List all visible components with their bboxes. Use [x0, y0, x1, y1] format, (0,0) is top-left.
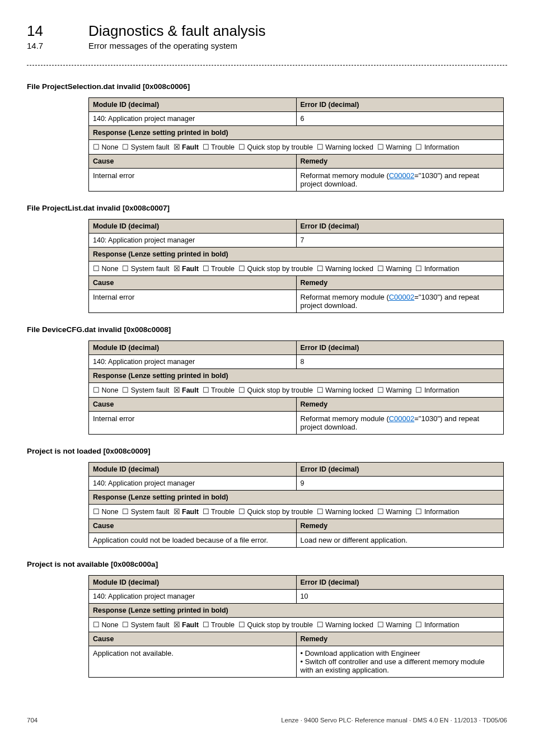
remedy-header: Remedy	[296, 276, 504, 290]
separator-rule	[27, 65, 507, 66]
chapter-number: 14	[27, 22, 88, 40]
error-table: Module ID (decimal) Error ID (decimal) 1…	[88, 462, 504, 548]
footer-page-number: 704	[27, 717, 38, 724]
code-link[interactable]: C00002	[389, 293, 415, 301]
error-title: File ProjectSelection.dat invalid [0x008…	[27, 82, 507, 91]
module-id-header: Module ID (decimal)	[89, 576, 297, 590]
error-id-value: 8	[296, 355, 504, 369]
cause-header: Cause	[89, 519, 297, 533]
error-id-value: 9	[296, 477, 504, 491]
module-id-value: 140: Application project manager	[89, 477, 297, 491]
error-id-value: 6	[296, 112, 504, 126]
remedy-header: Remedy	[296, 632, 504, 646]
remedy-value: Reformat memory module (C00002="1030") a…	[296, 412, 504, 435]
error-id-header: Error ID (decimal)	[296, 576, 504, 590]
remedy-header: Remedy	[296, 155, 504, 169]
response-options: ☐ None ☐ System fault ☒ Fault ☐ Trouble …	[89, 262, 504, 276]
module-id-header: Module ID (decimal)	[89, 98, 297, 112]
cause-value: Internal error	[89, 412, 297, 435]
chapter-title: Diagnostics & fault analysis	[88, 22, 265, 40]
error-table: Module ID (decimal) Error ID (decimal) 1…	[88, 97, 504, 192]
module-id-header: Module ID (decimal)	[89, 341, 297, 355]
code-link[interactable]: C00002	[389, 171, 415, 180]
response-options: ☐ None ☐ System fault ☒ Fault ☐ Trouble …	[89, 140, 504, 155]
error-id-header: Error ID (decimal)	[296, 220, 504, 234]
section-title: Error messages of the operating system	[88, 41, 237, 50]
error-table: Module ID (decimal) Error ID (decimal) 1…	[88, 219, 504, 313]
error-id-header: Error ID (decimal)	[296, 463, 504, 477]
cause-value: Internal error	[89, 169, 297, 192]
error-id-header: Error ID (decimal)	[296, 98, 504, 112]
response-header: Response (Lenze setting printed in bold)	[89, 491, 504, 505]
response-options: ☐ None ☐ System fault ☒ Fault ☐ Trouble …	[89, 505, 504, 519]
response-options: ☐ None ☐ System fault ☒ Fault ☐ Trouble …	[89, 618, 504, 632]
response-header: Response (Lenze setting printed in bold)	[89, 248, 504, 262]
module-id-value: 140: Application project manager	[89, 234, 297, 248]
response-header: Response (Lenze setting printed in bold)	[89, 369, 504, 383]
error-title: File ProjectList.dat invalid [0x008c0007…	[27, 204, 507, 212]
error-id-header: Error ID (decimal)	[296, 341, 504, 355]
page-footer: 704 Lenze · 9400 Servo PLC· Reference ma…	[27, 717, 507, 724]
footer-doc-info: Lenze · 9400 Servo PLC· Reference manual…	[281, 717, 507, 724]
cause-header: Cause	[89, 632, 297, 646]
module-id-value: 140: Application project manager	[89, 590, 297, 604]
code-link[interactable]: C00002	[389, 414, 415, 423]
module-id-value: 140: Application project manager	[89, 112, 297, 126]
error-title: File DeviceCFG.dat invalid [0x008c0008]	[27, 325, 507, 334]
remedy-value: • Download application with Engineer • S…	[296, 646, 504, 678]
error-id-value: 7	[296, 234, 504, 248]
error-title: Project is not loaded [0x008c0009]	[27, 447, 507, 455]
remedy-value: Reformat memory module (C00002="1030") a…	[296, 169, 504, 192]
error-id-value: 10	[296, 590, 504, 604]
module-id-value: 140: Application project manager	[89, 355, 297, 369]
cause-value: Application could not be loaded because …	[89, 533, 297, 548]
response-options: ☐ None ☐ System fault ☒ Fault ☐ Trouble …	[89, 383, 504, 398]
cause-header: Cause	[89, 398, 297, 412]
cause-header: Cause	[89, 155, 297, 169]
error-table: Module ID (decimal) Error ID (decimal) 1…	[88, 340, 504, 435]
remedy-header: Remedy	[296, 519, 504, 533]
section-number: 14.7	[27, 41, 88, 50]
remedy-value: Load new or different application.	[296, 533, 504, 548]
response-header: Response (Lenze setting printed in bold)	[89, 126, 504, 140]
remedy-header: Remedy	[296, 398, 504, 412]
module-id-header: Module ID (decimal)	[89, 220, 297, 234]
cause-value: Application not available.	[89, 646, 297, 678]
cause-header: Cause	[89, 276, 297, 290]
response-header: Response (Lenze setting printed in bold)	[89, 604, 504, 618]
remedy-value: Reformat memory module (C00002="1030") a…	[296, 290, 504, 313]
module-id-header: Module ID (decimal)	[89, 463, 297, 477]
cause-value: Internal error	[89, 290, 297, 313]
error-table: Module ID (decimal) Error ID (decimal) 1…	[88, 575, 504, 678]
error-title: Project is not available [0x008c000a]	[27, 560, 507, 568]
